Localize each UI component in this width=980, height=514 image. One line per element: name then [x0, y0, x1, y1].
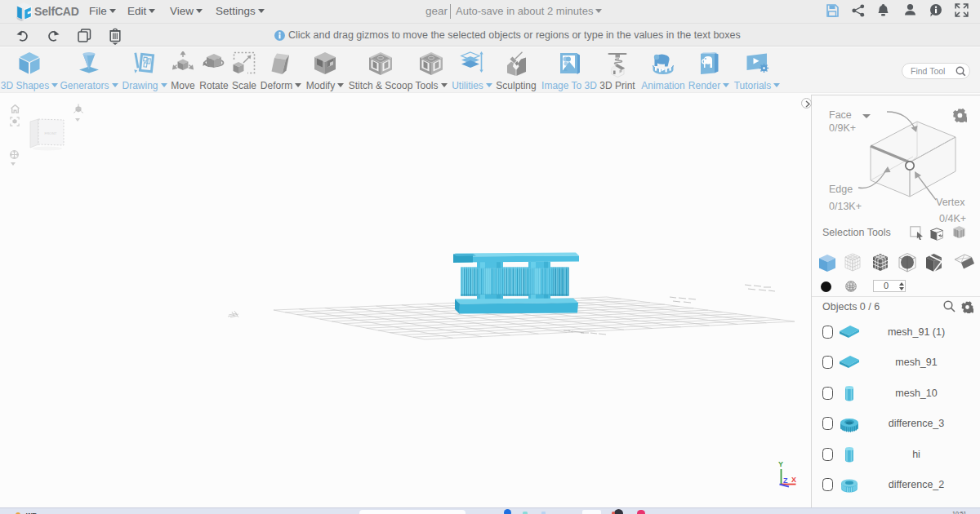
svg-text:Z: Z: [783, 476, 788, 485]
svg-text:Y: Y: [778, 460, 783, 468]
svg-text:X: X: [791, 476, 796, 484]
svg-text:FRONT: FRONT: [45, 131, 57, 135]
